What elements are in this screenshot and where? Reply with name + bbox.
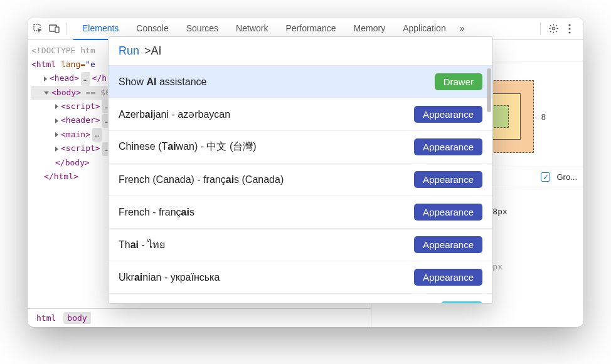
category-badge: Appearance xyxy=(414,171,482,188)
breadcrumb: html body xyxy=(28,308,371,327)
divider xyxy=(540,23,541,35)
expand-caret-icon[interactable] xyxy=(55,147,58,152)
category-badge: Appearance xyxy=(414,269,482,286)
command-palette-item-label: French - français xyxy=(119,207,194,218)
category-badge: Appearance xyxy=(414,204,482,221)
dom-tag: <header> xyxy=(61,115,100,125)
expand-caret-icon[interactable] xyxy=(44,91,49,95)
expand-caret-icon[interactable] xyxy=(55,104,58,109)
category-badge: Panel xyxy=(441,301,482,303)
category-badge: Drawer xyxy=(435,73,482,90)
kebab-menu-icon[interactable] xyxy=(562,21,577,36)
crumb-body[interactable]: body xyxy=(63,312,90,324)
command-palette-mode-label: Run xyxy=(119,44,139,58)
command-palette-item[interactable]: Chinese (Taiwan) - 中文 (台灣) Appearance xyxy=(109,131,492,164)
device-toggle-icon[interactable] xyxy=(46,21,63,37)
dom-tag: </h xyxy=(92,73,107,83)
command-palette-item-label: French (Canada) - français (Canada) xyxy=(119,174,284,185)
dom-val: "e xyxy=(85,60,95,69)
command-palette-item-label: Thai - ไทย xyxy=(119,237,165,252)
dom-tag: </body> xyxy=(55,158,90,167)
category-badge: Appearance xyxy=(414,236,482,253)
command-palette-header: Run xyxy=(109,37,492,65)
command-palette-item[interactable]: Ukrainian - українська Appearance xyxy=(109,261,492,294)
svg-point-6 xyxy=(568,31,570,33)
gear-icon[interactable] xyxy=(546,21,561,36)
crumb-html[interactable]: html xyxy=(33,312,60,324)
command-palette-item[interactable]: Thai - ไทย Appearance xyxy=(109,229,492,261)
category-badge: Appearance xyxy=(414,106,482,123)
dom-tag: </html> xyxy=(44,172,78,181)
category-badge: Appearance xyxy=(414,138,482,155)
svg-rect-2 xyxy=(55,27,59,33)
group-checkbox[interactable]: ✓ xyxy=(541,172,550,182)
devtools-window: Elements Console Sources Network Perform… xyxy=(28,18,583,327)
dom-tag: <body> xyxy=(51,88,81,97)
svg-point-5 xyxy=(568,28,570,29)
dom-tag: <head> xyxy=(50,73,79,83)
command-palette-item[interactable]: French - français Appearance xyxy=(109,196,492,229)
command-palette-item[interactable]: French (Canada) - français (Canada) Appe… xyxy=(109,164,492,196)
command-palette-item-label: Show AI assistance xyxy=(119,76,207,88)
expand-caret-icon[interactable] xyxy=(44,76,47,81)
divider xyxy=(66,23,67,35)
dom-tag: <html xyxy=(31,60,61,69)
svg-point-3 xyxy=(552,27,555,29)
group-label: Gro... xyxy=(556,172,577,182)
box-model-margin-right: 8 xyxy=(541,112,546,122)
dom-tag: <script> xyxy=(61,101,100,111)
command-palette-list[interactable]: Show AI assistance Drawer Azerbaijani - … xyxy=(109,65,492,303)
command-palette-item-label: Azerbaijani - azərbaycan xyxy=(119,108,230,120)
expand-caret-icon[interactable] xyxy=(55,132,58,137)
svg-point-4 xyxy=(568,24,570,26)
dom-attr: lang= xyxy=(61,60,85,69)
command-palette-item[interactable]: Azerbaijani - azərbaycan Appearance xyxy=(109,98,492,131)
command-palette-item[interactable]: Show Application Panel xyxy=(109,294,492,303)
expand-caret-icon[interactable] xyxy=(55,118,58,123)
command-palette-item-label: Ukrainian - українська xyxy=(119,272,220,283)
command-palette: Run Show AI assistance Drawer Azerbaijan… xyxy=(108,36,493,304)
inspect-icon[interactable] xyxy=(30,21,46,37)
command-palette-input[interactable] xyxy=(144,44,482,58)
dom-tag: <script> xyxy=(61,143,100,153)
dom-hint: == $0 xyxy=(81,88,110,97)
command-palette-item[interactable]: Show AI assistance Drawer xyxy=(109,66,492,98)
ellipsis-icon[interactable]: … xyxy=(92,128,102,142)
dom-tag: <main> xyxy=(61,130,90,139)
ellipsis-icon[interactable]: … xyxy=(81,72,90,86)
command-palette-item-label: Chinese (Taiwan) - 中文 (台灣) xyxy=(119,140,257,153)
scrollbar-thumb[interactable] xyxy=(487,68,491,112)
